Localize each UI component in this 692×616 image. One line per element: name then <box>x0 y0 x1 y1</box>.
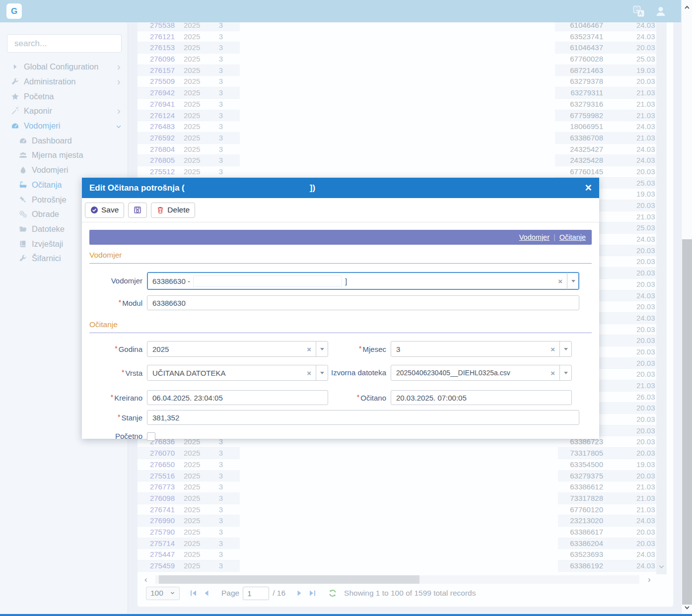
record-id-link[interactable]: 276650 <box>144 460 175 469</box>
sidebar-item-vodomjeri[interactable]: Vodomjeri <box>0 163 128 178</box>
dropdown-toggle[interactable] <box>567 273 579 289</box>
record-id-link[interactable]: 276070 <box>144 449 175 457</box>
serial-number-cell: 63523741 <box>562 32 603 41</box>
vrsta-combobox[interactable]: UČITANA DATOTEKA × <box>147 365 328 381</box>
record-id-link[interactable]: 275512 <box>144 167 175 176</box>
dropdown-toggle[interactable] <box>316 365 328 380</box>
record-id-link[interactable]: 276124 <box>144 111 175 120</box>
users-icon <box>19 151 27 159</box>
gavel-icon <box>19 196 27 204</box>
table-horizontal-scrollbar[interactable]: ‹ › <box>138 574 656 585</box>
record-id-link[interactable]: 276942 <box>144 88 175 97</box>
record-id-link[interactable]: 275790 <box>144 528 175 536</box>
serial-number-cell: 73317805 <box>562 449 603 457</box>
records-summary: Showing 1 to 100 of 1599 total records <box>344 589 476 598</box>
next-page-button[interactable] <box>295 589 303 597</box>
record-id-link[interactable]: 276592 <box>144 134 175 142</box>
date-cell: 20.03 <box>636 269 656 277</box>
dropdown-toggle[interactable] <box>559 365 571 380</box>
caret-right-icon <box>11 63 19 71</box>
last-page-button[interactable] <box>308 589 316 597</box>
form-row-pocetno: Početno <box>89 432 592 441</box>
scroll-right-icon[interactable]: › <box>648 575 651 584</box>
horizontal-scroll-thumb[interactable] <box>159 575 419 584</box>
record-id-link[interactable]: 276741 <box>144 505 175 514</box>
pocetno-checkbox[interactable] <box>147 432 155 441</box>
wrench-icon <box>19 254 27 263</box>
clear-icon[interactable]: × <box>307 369 311 377</box>
horizontal-scroll-track[interactable] <box>155 575 639 584</box>
previous-page-button[interactable] <box>203 589 210 597</box>
modul-label: Modul <box>89 298 147 308</box>
record-id-link[interactable]: 276096 <box>144 55 175 63</box>
scroll-down-icon[interactable] <box>658 563 665 570</box>
modul-input[interactable] <box>147 295 579 310</box>
user-profile-icon[interactable] <box>654 5 667 18</box>
scrollbar-thumb[interactable] <box>682 239 692 605</box>
record-id-link[interactable]: 276483 <box>144 122 175 131</box>
table-vertical-scrollbar[interactable] <box>656 22 667 574</box>
app-logo[interactable]: G <box>6 3 22 19</box>
browser-scrollbar[interactable] <box>681 0 692 616</box>
serial-number-cell: 63523693 <box>562 550 603 558</box>
page-size-select[interactable]: 100 <box>146 587 180 600</box>
record-id-link[interactable]: 276773 <box>144 482 175 491</box>
record-id-link[interactable]: 276990 <box>144 516 175 525</box>
save-button[interactable]: Save <box>85 203 124 218</box>
tab-vodomjer[interactable]: Vodomjer <box>519 233 550 241</box>
first-page-button[interactable] <box>190 589 198 597</box>
month-cell: 3 <box>217 66 225 74</box>
record-id-link[interactable]: 275509 <box>144 77 175 85</box>
stanje-input[interactable] <box>147 410 579 425</box>
year-cell: 2025 <box>184 472 200 480</box>
record-id-link[interactable]: 275714 <box>144 539 175 548</box>
year-cell: 2025 <box>184 550 200 558</box>
clear-icon[interactable]: × <box>307 345 311 353</box>
month-cell: 3 <box>217 43 225 52</box>
vodomjer-combobox[interactable]: 63386630 - ] × <box>147 272 579 290</box>
tab-ocitanje[interactable]: Očitanje <box>559 233 586 241</box>
delete-button[interactable]: Delete <box>151 203 195 218</box>
record-id-link[interactable]: 276805 <box>144 156 175 164</box>
dropdown-toggle[interactable] <box>316 342 328 356</box>
sidebar-item-label: Global Configuration <box>24 62 98 71</box>
sidebar-item-mjerna-mjesta[interactable]: Mjerna mjesta <box>0 148 128 163</box>
sidebar-item-administration[interactable]: Administration <box>0 74 128 89</box>
refresh-icon[interactable] <box>328 589 337 598</box>
record-id-link[interactable]: 276941 <box>144 100 175 108</box>
sidebar-item-global-configuration[interactable]: Global Configuration <box>0 60 128 74</box>
scroll-left-icon[interactable]: ‹ <box>144 575 147 584</box>
serial-number-cell: 67760028 <box>562 55 603 63</box>
clear-icon[interactable]: × <box>551 369 555 377</box>
godina-combobox[interactable]: 2025 × <box>147 341 328 357</box>
izvorna-datoteka-combobox[interactable]: 20250406230405__DIEHL0325a.csv × <box>391 365 572 381</box>
search-input[interactable] <box>7 34 122 53</box>
record-id-link[interactable]: 275516 <box>144 472 175 480</box>
clear-icon[interactable]: × <box>551 345 555 353</box>
page-number-input[interactable] <box>243 587 269 600</box>
record-id-link[interactable]: 275447 <box>144 550 175 558</box>
clear-icon[interactable]: × <box>558 277 562 285</box>
sidebar-item-dashboard[interactable]: Dashboard <box>0 133 128 148</box>
kreirano-input[interactable] <box>147 390 328 405</box>
close-icon[interactable]: × <box>585 182 592 194</box>
sidebar-item-kaponir[interactable]: Kaponir <box>0 104 128 119</box>
save-icon-button[interactable] <box>128 203 147 218</box>
dropdown-toggle[interactable] <box>559 342 571 356</box>
record-id-link[interactable]: 276098 <box>144 494 175 502</box>
serial-number-cell: 63279311 <box>562 88 603 97</box>
scrollbar-up-icon[interactable] <box>684 4 691 11</box>
record-id-link[interactable]: 276157 <box>144 66 175 74</box>
vrsta-label: Vrsta <box>89 368 147 378</box>
sidebar-item-pocetna[interactable]: Početna <box>0 89 128 104</box>
scrollbar-down-icon[interactable] <box>684 604 691 611</box>
record-id-link[interactable]: 275459 <box>144 561 175 570</box>
sidebar-item-vodomjeri[interactable]: Vodomjeri <box>0 119 128 134</box>
record-id-link[interactable]: 276153 <box>144 43 175 52</box>
language-translate-icon[interactable] <box>632 5 645 18</box>
ocitano-input[interactable] <box>391 390 572 405</box>
record-id-link[interactable]: 275538 <box>144 22 175 29</box>
record-id-link[interactable]: 276121 <box>144 32 175 41</box>
mjesec-combobox[interactable]: 3 × <box>391 341 572 357</box>
record-id-link[interactable]: 276804 <box>144 145 175 153</box>
